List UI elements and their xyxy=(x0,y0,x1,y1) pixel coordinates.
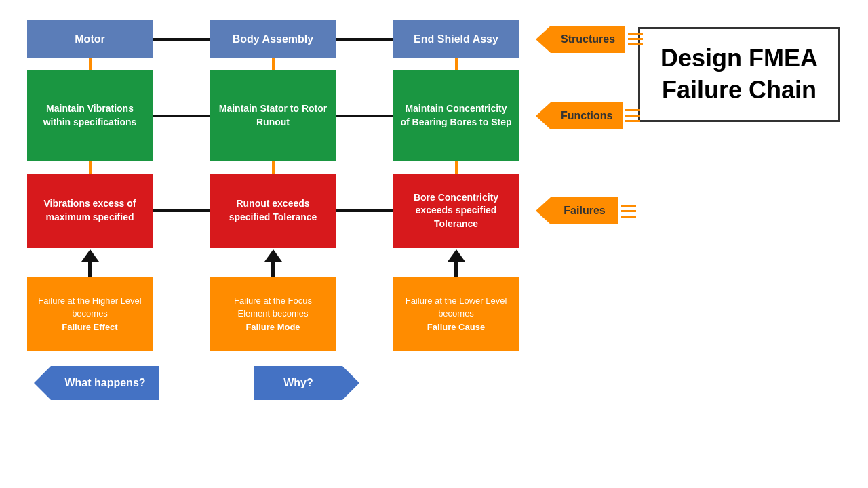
arrow-up-end-shaft xyxy=(454,262,458,277)
title-area: Design FMEA Failure Chain xyxy=(610,0,868,488)
arrow-up-body-shaft xyxy=(271,262,275,277)
failures-arrow-container: Failures xyxy=(536,197,636,224)
col-body: Body Assembly xyxy=(210,20,336,58)
v-conn-end-1 xyxy=(393,58,519,70)
title-line2: Failure Chain xyxy=(662,76,816,104)
structures-arrow-container: Structures xyxy=(536,26,643,53)
body-failure-box: Runout exceeds specified Tolerance xyxy=(210,174,336,248)
arrow-up-motor-shaft xyxy=(88,262,92,277)
motor-structure-box: Motor xyxy=(27,20,153,58)
v-conn-motor-1 xyxy=(27,58,153,70)
focus-legend-text: Failure at the Focus Element becomes xyxy=(217,294,329,321)
focus-legend-box: Failure at the Focus Element becomes Fai… xyxy=(210,277,336,351)
motor-function-box: Maintain Vibrations within specification… xyxy=(27,70,153,161)
arrow-up-body xyxy=(210,249,336,277)
col-lower-legend: Failure at the Lower Level becomes Failu… xyxy=(393,277,519,351)
lower-legend-box: Failure at the Lower Level becomes Failu… xyxy=(393,277,519,351)
h-connector-1 xyxy=(153,38,210,41)
end-failure-box: Bore Concentricity exceeds specified Tol… xyxy=(393,174,519,248)
functions-arrow-head xyxy=(536,102,551,129)
v-line-end-2 xyxy=(455,161,458,174)
structures-arrow-head xyxy=(536,26,551,53)
focus-legend-bold: Failure Mode xyxy=(245,321,300,334)
h-connector-2 xyxy=(336,38,393,41)
what-happens-label: What happens? xyxy=(64,377,145,389)
col-body-fn: Maintain Stator to Rotor Runout xyxy=(210,70,336,161)
spacer-7 xyxy=(153,277,210,351)
col-end-fn: Maintain Concentricity of Bearing Bores … xyxy=(393,70,519,161)
why-arrow: Why? xyxy=(254,366,359,400)
what-happens-arrowhead xyxy=(34,366,51,400)
lower-legend-bold: Failure Cause xyxy=(427,321,485,334)
structures-line-3 xyxy=(628,43,643,45)
end-function-label: Maintain Concentricity of Bearing Bores … xyxy=(400,102,512,129)
title-line1: Design FMEA xyxy=(660,44,818,72)
what-happens-body: What happens? xyxy=(51,366,159,400)
higher-legend-box: Failure at the Higher Level becomes Fail… xyxy=(27,277,153,351)
end-failure-label: Bore Concentricity exceeds specified Tol… xyxy=(400,191,512,231)
h-connector-fn-2 xyxy=(336,115,393,117)
h-connector-fn-1 xyxy=(153,115,210,117)
end-shield-structure-box: End Shield Assy xyxy=(393,20,519,58)
arrow-up-motor-head xyxy=(81,249,99,262)
arrow-up-body-head xyxy=(264,249,282,262)
diagram-area: Motor Body Assembly End Shield Assy xyxy=(0,0,610,488)
col-motor-fail: Vibrations excess of maximum specified xyxy=(27,174,153,248)
page-title: Design FMEA Failure Chain xyxy=(660,43,818,106)
failures-line-2 xyxy=(621,210,636,212)
motor-failure-label: Vibrations excess of maximum specified xyxy=(34,197,146,224)
end-function-box: Maintain Concentricity of Bearing Bores … xyxy=(393,70,519,161)
structures-label: Structures xyxy=(561,33,615,45)
structures-line-2 xyxy=(628,38,643,40)
functions-label: Functions xyxy=(561,110,612,122)
why-arrowhead xyxy=(342,366,359,400)
failures-arrow-head xyxy=(536,197,551,224)
v-conn-body-1 xyxy=(210,58,336,70)
structures-lines xyxy=(628,33,643,45)
functions-line-3 xyxy=(625,120,640,122)
lower-legend-text: Failure at the Lower Level becomes xyxy=(400,294,512,321)
functions-line-1 xyxy=(625,109,640,111)
v-line-motor-2 xyxy=(89,161,92,174)
body-function-box: Maintain Stator to Rotor Runout xyxy=(210,70,336,161)
structures-arrow-body: Structures xyxy=(551,26,625,53)
col-motor-fn: Maintain Vibrations within specification… xyxy=(27,70,153,161)
col-end-shield: End Shield Assy xyxy=(393,20,519,58)
spacer-8 xyxy=(336,277,393,351)
col-motor: Motor xyxy=(27,20,153,58)
main-container: Motor Body Assembly End Shield Assy xyxy=(0,0,868,488)
v-line-end-1 xyxy=(455,58,458,70)
col-body-fail: Runout exceeds specified Tolerance xyxy=(210,174,336,248)
v-line-body-1 xyxy=(272,58,275,70)
body-function-label: Maintain Stator to Rotor Runout xyxy=(217,102,329,129)
failures-line-1 xyxy=(621,205,636,207)
failures-arrow-body: Failures xyxy=(551,197,618,224)
functions-arrow-body: Functions xyxy=(551,102,623,129)
motor-failure-box: Vibrations excess of maximum specified xyxy=(27,174,153,248)
h-connector-fail-2 xyxy=(336,209,393,212)
functions-arrow-container: Functions xyxy=(536,102,640,129)
col-higher-legend: Failure at the Higher Level becomes Fail… xyxy=(27,277,153,351)
higher-legend-bold: Failure Effect xyxy=(62,321,117,334)
body-failure-label: Runout exceeds specified Tolerance xyxy=(217,197,329,224)
col-end-fail: Bore Concentricity exceeds specified Tol… xyxy=(393,174,519,248)
arrow-up-motor xyxy=(27,249,153,277)
end-shield-label: End Shield Assy xyxy=(414,33,498,45)
why-label: Why? xyxy=(283,377,313,389)
functions-line-2 xyxy=(625,115,640,117)
higher-legend-text: Failure at the Higher Level becomes xyxy=(34,294,146,321)
failures-line-3 xyxy=(621,216,636,218)
motor-label: Motor xyxy=(75,33,104,45)
arrow-up-end xyxy=(393,249,519,277)
h-connector-fail-1 xyxy=(153,209,210,212)
arrow-up-end-head xyxy=(448,249,465,262)
structures-line-1 xyxy=(628,33,643,35)
arrow-up-motor-inner xyxy=(81,249,99,277)
v-conn-motor-2 xyxy=(27,161,153,174)
arrow-up-end-inner xyxy=(448,249,465,277)
what-happens-arrow: What happens? xyxy=(34,366,159,400)
motor-function-label: Maintain Vibrations within specification… xyxy=(34,102,146,129)
title-box: Design FMEA Failure Chain xyxy=(638,27,840,122)
body-structure-box: Body Assembly xyxy=(210,20,336,58)
v-line-body-2 xyxy=(272,161,275,174)
